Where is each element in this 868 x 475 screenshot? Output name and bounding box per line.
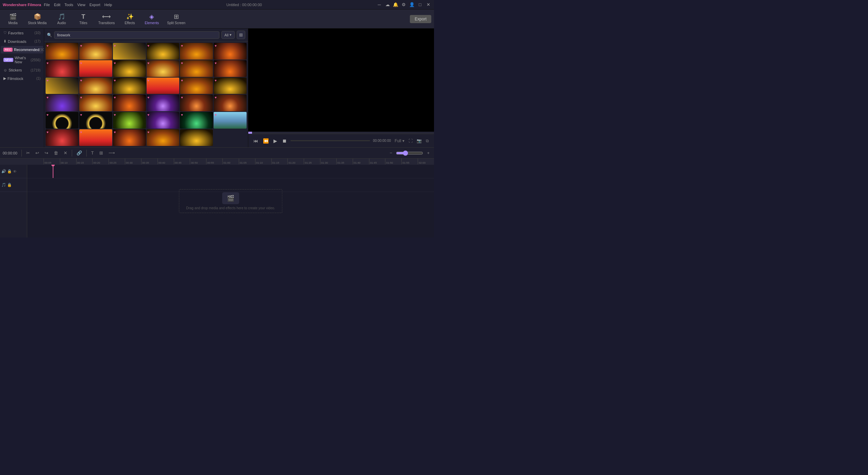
media-item[interactable]: ♥ ⬇ New Year Fireworks Ele... bbox=[113, 112, 146, 129]
window-close[interactable]: ✕ bbox=[425, 2, 431, 7]
toolbar-effects[interactable]: ✨ Effects bbox=[120, 12, 140, 26]
media-item[interactable]: ♥ New Year Fireworks Ele... bbox=[46, 129, 79, 146]
media-item[interactable]: ♥ New Year Fireworks Ele... bbox=[46, 95, 79, 111]
sidebar-item-favorites[interactable]: ♡ Favorites (10) bbox=[1, 29, 43, 37]
track-mute-btn[interactable]: 🔊 bbox=[1, 169, 6, 174]
media-item[interactable]: ♥ New Year Fireworks Ele... bbox=[79, 129, 112, 146]
preview-play-btn[interactable]: ▶ bbox=[272, 137, 278, 145]
menu-tools[interactable]: Tools bbox=[65, 3, 73, 7]
timeline-arrow-btn[interactable]: ⟶ bbox=[107, 149, 117, 157]
filter-dropdown[interactable]: All ▾ bbox=[221, 31, 235, 39]
media-item[interactable]: ♥ ⬇ Firework Effect Element... bbox=[113, 78, 146, 94]
toolbar-media[interactable]: 🎬 Media bbox=[3, 12, 23, 26]
media-item[interactable]: ♥ New Year Fireworks Ele... bbox=[113, 95, 146, 111]
timeline-delete-btn[interactable]: 🗑 bbox=[52, 149, 60, 157]
media-thumb: ♥ bbox=[79, 78, 112, 94]
toolbar-audio[interactable]: 🎵 Audio bbox=[51, 12, 72, 26]
media-item[interactable]: ♥ Firework Effect Element... bbox=[113, 43, 146, 60]
media-item[interactable]: ♥ Firework Effect Element... bbox=[180, 43, 213, 60]
sidebar-item-recommended[interactable]: REC Recommended (90) bbox=[1, 46, 43, 53]
media-item[interactable]: ♥ New Year Fireworks Ele... bbox=[214, 95, 247, 111]
window-notification[interactable]: 🔔 bbox=[393, 2, 399, 7]
toolbar-elements[interactable]: ◈ Elements bbox=[141, 12, 163, 26]
window-account[interactable]: 👤 bbox=[409, 2, 415, 7]
track-lock-btn[interactable]: 🔒 bbox=[7, 169, 12, 174]
preview-rewind-btn[interactable]: ⏮ bbox=[252, 137, 259, 145]
media-item[interactable]: ♥ Firework Effect Element... bbox=[180, 78, 213, 94]
export-button[interactable]: Export bbox=[410, 15, 431, 23]
media-item[interactable]: ♥ Firework Effect Element... bbox=[147, 43, 180, 60]
media-item[interactable]: ♥ New Year Fireworks Ele... bbox=[79, 95, 112, 111]
media-panel: 🔍 All ▾ ⊞ ♥ ⬇ Firework Effect Element...… bbox=[44, 29, 248, 147]
timeline-zoom-out-btn[interactable]: − bbox=[388, 149, 394, 157]
media-item[interactable]: ♥ New Year Fireworks Ele... bbox=[147, 95, 180, 111]
media-item[interactable]: ♥ New Year Fireworks Ele... bbox=[113, 129, 146, 146]
menu-help[interactable]: Help bbox=[104, 3, 112, 7]
timeline-grid-btn[interactable]: ⊞ bbox=[98, 149, 105, 157]
media-item[interactable]: ♥ Firework Effect Element... bbox=[79, 78, 112, 94]
heart-icon: ♥ bbox=[114, 79, 116, 82]
zoom-select[interactable]: Full ▾ bbox=[394, 137, 405, 144]
media-item[interactable]: ♥ Firework Effect Element... bbox=[147, 78, 180, 94]
playhead-handle[interactable] bbox=[51, 165, 55, 166]
grid-view-toggle[interactable]: ⊞ bbox=[237, 31, 245, 39]
media-item[interactable]: ♥ Firework Effect Element... bbox=[46, 78, 79, 94]
timeline-redo-btn[interactable]: ↪ bbox=[43, 149, 50, 157]
menu-export[interactable]: Export bbox=[89, 3, 100, 7]
media-item[interactable]: ♥ New Year Fireworks Ele... bbox=[180, 95, 213, 111]
media-item[interactable]: ♥ Firework Effect Element... bbox=[214, 78, 247, 94]
timeline-ruler: 00:0500:1000:1500:2000:2500:3000:3500:40… bbox=[0, 159, 434, 165]
window-settings[interactable]: ⚙ bbox=[401, 2, 407, 7]
menu-view[interactable]: View bbox=[77, 3, 85, 7]
media-item[interactable]: ♥ New Year Fireworks Ele... bbox=[180, 112, 213, 129]
timeline-text-btn[interactable]: T bbox=[89, 149, 96, 157]
toolbar-split-screen[interactable]: ⊞ Split Screen bbox=[164, 12, 189, 26]
preview-fullscreen-btn[interactable]: ⛶ bbox=[407, 137, 414, 144]
media-item[interactable]: ♥ New Year Fireworks Ele... bbox=[147, 129, 180, 146]
toolbar-stock-media[interactable]: 📦 Stock Media bbox=[24, 12, 50, 26]
timeline-zoom-in-btn[interactable]: + bbox=[425, 149, 431, 157]
heart-icon: ♥ bbox=[215, 61, 217, 65]
track2-mute-btn[interactable]: 🎵 bbox=[1, 183, 6, 187]
sidebar-item-filmstock[interactable]: ▶ Filmstock (1) bbox=[1, 75, 43, 82]
media-item[interactable]: ♥ ⬇ New Year Fireworks Ele... bbox=[79, 112, 112, 129]
preview-back-btn[interactable]: ⏪ bbox=[262, 137, 270, 145]
timeline-close-btn[interactable]: ✕ bbox=[62, 149, 69, 157]
playhead[interactable] bbox=[53, 165, 53, 178]
media-item[interactable]: ♥ ⬇ Firework Effect Element... bbox=[79, 43, 112, 60]
media-item[interactable]: ♥ Firework Effect Element... bbox=[214, 60, 247, 77]
media-item[interactable]: ♥ ⬇ New Year Fireworks Ele... bbox=[147, 112, 180, 129]
timeline-zoom-slider[interactable] bbox=[396, 150, 423, 156]
window-minimize[interactable]: ─ bbox=[376, 2, 382, 7]
media-item[interactable]: ♥ ⬇ Firework Effect Element... bbox=[46, 60, 79, 77]
sidebar-item-downloads[interactable]: ⬇ Downloads (17) bbox=[1, 37, 43, 45]
timeline-cut-btn[interactable]: ✂ bbox=[24, 149, 32, 157]
media-item[interactable]: ♥ ⬇ Firework Effect Element... bbox=[46, 43, 79, 60]
menu-edit[interactable]: Edit bbox=[54, 3, 61, 7]
preview-progress-bar[interactable] bbox=[290, 140, 370, 141]
sidebar-item-whats-new[interactable]: NEW What's New (2556) bbox=[1, 54, 43, 66]
media-item[interactable]: ♥ ⬇ Firework Effect Element... bbox=[79, 60, 112, 77]
media-item[interactable]: ♥ ⬇ Firework Effect Element... bbox=[147, 60, 180, 77]
toolbar-transitions[interactable]: ⟷ Transitions bbox=[95, 12, 118, 26]
media-item[interactable]: ♥ Firework Effect Element... bbox=[214, 43, 247, 60]
timeline-link-btn[interactable]: 🔗 bbox=[75, 149, 84, 157]
media-item[interactable]: ♥ ⬇ New Year Fireworks Ele... bbox=[46, 112, 79, 129]
window-maximize[interactable]: □ bbox=[417, 2, 423, 7]
media-item[interactable]: New Year Fireworks Ele... bbox=[180, 129, 213, 146]
toolbar-titles[interactable]: T Titles bbox=[73, 12, 94, 26]
search-input[interactable] bbox=[54, 31, 219, 39]
drop-zone-text: Drag and drop media and effects here to … bbox=[186, 206, 275, 210]
media-item[interactable]: ♥ ⬇ Firework Effect Element... bbox=[113, 60, 146, 77]
window-cloud[interactable]: ☁ bbox=[384, 2, 390, 7]
menu-file[interactable]: File bbox=[44, 3, 50, 7]
preview-screenshot-btn[interactable]: 📷 bbox=[416, 137, 423, 144]
preview-pip-btn[interactable]: ⧉ bbox=[425, 137, 430, 144]
track-visible-btn[interactable]: 👁 bbox=[13, 169, 17, 174]
timeline-undo-btn[interactable]: ↩ bbox=[34, 149, 41, 157]
media-item[interactable]: ♥ ⬇ Firework Effect Element... bbox=[180, 60, 213, 77]
preview-stop-btn[interactable]: ⏹ bbox=[281, 137, 288, 145]
sidebar-item-stickers[interactable]: ☺ Stickers (1719) bbox=[1, 66, 43, 74]
media-item[interactable]: ♥ Ice Firework Effect Ele... bbox=[214, 112, 247, 129]
track2-lock-btn[interactable]: 🔒 bbox=[7, 183, 12, 187]
